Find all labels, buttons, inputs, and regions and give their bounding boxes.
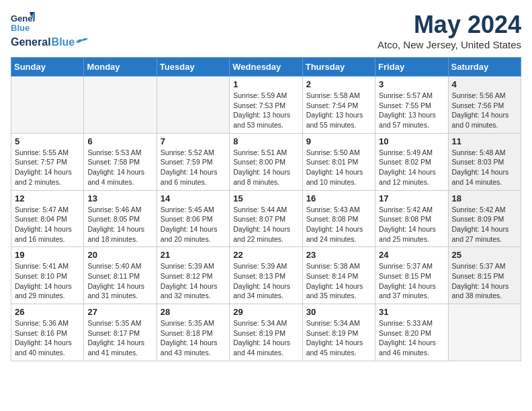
logo-blue: Blue [52, 36, 75, 48]
cell-info: Sunrise: 5:59 AM Sunset: 7:53 PM Dayligh… [233, 91, 298, 130]
day-number: 25 [452, 250, 517, 260]
calendar-cell: 25Sunrise: 5:37 AM Sunset: 8:15 PM Dayli… [448, 247, 521, 304]
day-number: 21 [161, 250, 226, 260]
day-number: 2 [306, 79, 371, 89]
calendar-cell: 21Sunrise: 5:39 AM Sunset: 8:12 PM Dayli… [157, 247, 229, 304]
day-number: 5 [15, 136, 80, 146]
day-number: 17 [379, 193, 444, 203]
day-number: 15 [233, 193, 298, 203]
day-number: 18 [452, 193, 517, 203]
cell-info: Sunrise: 5:43 AM Sunset: 8:08 PM Dayligh… [306, 205, 371, 244]
day-number: 24 [379, 250, 444, 260]
cell-info: Sunrise: 5:40 AM Sunset: 8:11 PM Dayligh… [87, 261, 152, 301]
calendar-cell: 20Sunrise: 5:40 AM Sunset: 8:11 PM Dayli… [84, 247, 157, 304]
calendar-cell [448, 304, 521, 361]
cell-info: Sunrise: 5:39 AM Sunset: 8:12 PM Dayligh… [161, 261, 226, 301]
calendar-cell: 16Sunrise: 5:43 AM Sunset: 8:08 PM Dayli… [302, 190, 375, 247]
weekday-header: Monday [84, 58, 157, 77]
calendar-cell: 8Sunrise: 5:51 AM Sunset: 8:00 PM Daylig… [230, 133, 302, 190]
calendar-cell: 5Sunrise: 5:55 AM Sunset: 7:57 PM Daylig… [11, 133, 84, 190]
logo: General Blue General Blue [11, 11, 88, 48]
cell-info: Sunrise: 5:47 AM Sunset: 8:04 PM Dayligh… [15, 205, 80, 244]
calendar-cell: 2Sunrise: 5:58 AM Sunset: 7:54 PM Daylig… [302, 77, 375, 134]
day-number: 23 [306, 250, 371, 260]
logo-general: General [11, 36, 51, 48]
calendar-cell: 30Sunrise: 5:34 AM Sunset: 8:19 PM Dayli… [302, 304, 375, 361]
cell-info: Sunrise: 5:34 AM Sunset: 8:19 PM Dayligh… [306, 318, 371, 358]
cell-info: Sunrise: 5:37 AM Sunset: 8:15 PM Dayligh… [379, 261, 444, 301]
calendar-cell [84, 77, 157, 134]
day-number: 14 [161, 193, 226, 203]
calendar-cell: 9Sunrise: 5:50 AM Sunset: 8:01 PM Daylig… [302, 133, 375, 190]
calendar-week-row: 19Sunrise: 5:41 AM Sunset: 8:10 PM Dayli… [11, 247, 521, 304]
page-header: General Blue General Blue May 2024 Atco,… [11, 11, 521, 50]
calendar-cell [11, 77, 84, 134]
calendar-week-row: 12Sunrise: 5:47 AM Sunset: 8:04 PM Dayli… [11, 190, 521, 247]
cell-info: Sunrise: 5:46 AM Sunset: 8:05 PM Dayligh… [87, 205, 152, 244]
calendar-cell: 3Sunrise: 5:57 AM Sunset: 7:55 PM Daylig… [375, 77, 448, 134]
day-number: 9 [306, 136, 371, 146]
weekday-header: Saturday [448, 58, 521, 77]
weekday-header: Thursday [302, 58, 375, 77]
calendar-cell: 15Sunrise: 5:44 AM Sunset: 8:07 PM Dayli… [230, 190, 302, 247]
calendar-cell: 14Sunrise: 5:45 AM Sunset: 8:06 PM Dayli… [157, 190, 229, 247]
month-title: May 2024 [378, 11, 521, 39]
weekday-header: Friday [375, 58, 448, 77]
logo-icon: General Blue [11, 11, 35, 35]
calendar-cell: 12Sunrise: 5:47 AM Sunset: 8:04 PM Dayli… [11, 190, 84, 247]
calendar-cell: 31Sunrise: 5:33 AM Sunset: 8:20 PM Dayli… [375, 304, 448, 361]
calendar-week-row: 26Sunrise: 5:36 AM Sunset: 8:16 PM Dayli… [11, 304, 521, 361]
day-number: 20 [87, 250, 152, 260]
cell-info: Sunrise: 5:42 AM Sunset: 8:08 PM Dayligh… [379, 205, 444, 244]
day-number: 31 [379, 307, 444, 317]
cell-info: Sunrise: 5:35 AM Sunset: 8:18 PM Dayligh… [161, 318, 226, 358]
calendar-cell: 29Sunrise: 5:34 AM Sunset: 8:19 PM Dayli… [230, 304, 302, 361]
cell-info: Sunrise: 5:55 AM Sunset: 7:57 PM Dayligh… [15, 148, 80, 187]
cell-info: Sunrise: 5:39 AM Sunset: 8:13 PM Dayligh… [233, 261, 298, 301]
cell-info: Sunrise: 5:41 AM Sunset: 8:10 PM Dayligh… [15, 261, 80, 301]
weekday-header: Wednesday [230, 58, 302, 77]
cell-info: Sunrise: 5:34 AM Sunset: 8:19 PM Dayligh… [233, 318, 298, 358]
cell-info: Sunrise: 5:45 AM Sunset: 8:06 PM Dayligh… [161, 205, 226, 244]
bird-icon [76, 37, 88, 48]
cell-info: Sunrise: 5:44 AM Sunset: 8:07 PM Dayligh… [233, 205, 298, 244]
cell-info: Sunrise: 5:52 AM Sunset: 7:59 PM Dayligh… [161, 148, 226, 187]
cell-info: Sunrise: 5:42 AM Sunset: 8:09 PM Dayligh… [452, 205, 517, 244]
cell-info: Sunrise: 5:35 AM Sunset: 8:17 PM Dayligh… [87, 318, 152, 358]
calendar-cell [157, 77, 229, 134]
day-number: 1 [233, 79, 298, 89]
calendar-table: SundayMondayTuesdayWednesdayThursdayFrid… [11, 57, 521, 361]
calendar-cell: 19Sunrise: 5:41 AM Sunset: 8:10 PM Dayli… [11, 247, 84, 304]
day-number: 26 [15, 307, 80, 317]
day-number: 16 [306, 193, 371, 203]
cell-info: Sunrise: 5:57 AM Sunset: 7:55 PM Dayligh… [379, 91, 444, 130]
weekday-header: Sunday [11, 58, 84, 77]
day-number: 19 [15, 250, 80, 260]
day-number: 13 [87, 193, 152, 203]
calendar-cell: 24Sunrise: 5:37 AM Sunset: 8:15 PM Dayli… [375, 247, 448, 304]
cell-info: Sunrise: 5:38 AM Sunset: 8:14 PM Dayligh… [306, 261, 371, 301]
calendar-cell: 23Sunrise: 5:38 AM Sunset: 8:14 PM Dayli… [302, 247, 375, 304]
cell-info: Sunrise: 5:51 AM Sunset: 8:00 PM Dayligh… [233, 148, 298, 187]
day-number: 7 [161, 136, 226, 146]
calendar-cell: 11Sunrise: 5:48 AM Sunset: 8:03 PM Dayli… [448, 133, 521, 190]
weekday-header: Tuesday [157, 58, 229, 77]
calendar-cell: 10Sunrise: 5:49 AM Sunset: 8:02 PM Dayli… [375, 133, 448, 190]
cell-info: Sunrise: 5:37 AM Sunset: 8:15 PM Dayligh… [452, 261, 517, 301]
calendar-cell: 13Sunrise: 5:46 AM Sunset: 8:05 PM Dayli… [84, 190, 157, 247]
title-block: May 2024 Atco, New Jersey, United States [378, 11, 521, 50]
day-number: 30 [306, 307, 371, 317]
day-number: 22 [233, 250, 298, 260]
calendar-cell: 1Sunrise: 5:59 AM Sunset: 7:53 PM Daylig… [230, 77, 302, 134]
day-number: 27 [87, 307, 152, 317]
svg-text:Blue: Blue [11, 23, 30, 33]
location-title: Atco, New Jersey, United States [378, 39, 521, 50]
calendar-cell: 4Sunrise: 5:56 AM Sunset: 7:56 PM Daylig… [448, 77, 521, 134]
calendar-cell: 26Sunrise: 5:36 AM Sunset: 8:16 PM Dayli… [11, 304, 84, 361]
calendar-cell: 7Sunrise: 5:52 AM Sunset: 7:59 PM Daylig… [157, 133, 229, 190]
day-number: 28 [161, 307, 226, 317]
calendar-cell: 6Sunrise: 5:53 AM Sunset: 7:58 PM Daylig… [84, 133, 157, 190]
day-number: 11 [452, 136, 517, 146]
cell-info: Sunrise: 5:56 AM Sunset: 7:56 PM Dayligh… [452, 91, 517, 130]
cell-info: Sunrise: 5:36 AM Sunset: 8:16 PM Dayligh… [15, 318, 80, 358]
